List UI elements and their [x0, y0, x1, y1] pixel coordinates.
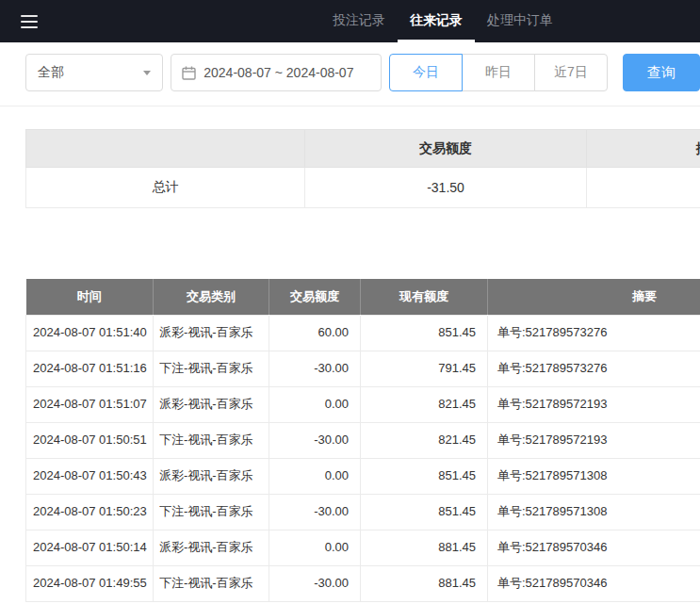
type-select-value: 全部 — [38, 64, 64, 81]
records-header-balance: 现有额度 — [361, 279, 488, 315]
cell-amount: -30.00 — [269, 565, 361, 601]
cell-summary: 单号:521789571308 — [488, 458, 700, 494]
cell-summary: 单号:521789570346 — [488, 530, 700, 565]
table-row: 2024-08-07 01:51:40 派彩-视讯-百家乐 60.00 851.… — [26, 315, 700, 351]
summary-total-amount: -31.50 — [305, 168, 587, 208]
last7days-button[interactable]: 近7日 — [534, 54, 608, 91]
cell-type: 派彩-视讯-百家乐 — [154, 315, 269, 351]
cell-amount: 60.00 — [269, 315, 361, 351]
records-header-time: 时间 — [26, 279, 154, 315]
cell-type: 派彩-视讯-百家乐 — [154, 530, 269, 565]
cell-amount: 0.00 — [269, 530, 361, 565]
cell-type: 下注-视讯-百家乐 — [154, 422, 269, 458]
table-row: 2024-08-07 01:51:07 派彩-视讯-百家乐 0.00 821.4… — [26, 386, 700, 422]
cell-balance: 881.45 — [361, 565, 488, 601]
today-button[interactable]: 今日 — [389, 54, 463, 91]
records-header-amount: 交易额度 — [269, 279, 361, 315]
cell-time: 2024-08-07 01:49:55 — [26, 565, 154, 601]
cell-amount: -30.00 — [269, 494, 361, 530]
filter-bar: 全部 2024-08-07 ~ 2024-08-07 今日 昨日 近7日 查询 — [0, 42, 700, 106]
top-navbar: 投注记录 往来记录 处理中订单 — [0, 0, 700, 42]
tab-bar: 投注记录 往来记录 处理中订单 — [320, 0, 565, 42]
cell-summary: 单号:521789570346 — [488, 565, 700, 601]
content-area: 交易额度 摘要 总计 -31.50 时间 交易类别 — [0, 106, 700, 602]
summary-table: 交易额度 摘要 总计 -31.50 — [25, 129, 700, 208]
records-tbody: 2024-08-07 01:51:40 派彩-视讯-百家乐 60.00 851.… — [26, 315, 700, 601]
type-select[interactable]: 全部 — [25, 54, 163, 91]
cell-balance: 881.45 — [361, 530, 488, 565]
query-button[interactable]: 查询 — [623, 54, 700, 91]
cell-amount: -30.00 — [269, 422, 361, 458]
records-header-summary: 摘要 — [488, 279, 700, 315]
cell-time: 2024-08-07 01:50:51 — [26, 422, 154, 458]
table-row: 2024-08-07 01:51:16 下注-视讯-百家乐 -30.00 791… — [26, 351, 700, 386]
summary-header-amount: 交易额度 — [305, 130, 587, 168]
summary-header-summary: 摘要 — [587, 130, 700, 168]
cell-summary: 单号:521789572193 — [488, 422, 700, 458]
cell-time: 2024-08-07 01:51:07 — [26, 386, 154, 422]
tab-processing-orders[interactable]: 处理中订单 — [475, 0, 565, 42]
records-header-row: 时间 交易类别 交易额度 现有额度 摘要 — [26, 279, 700, 315]
date-range-input[interactable]: 2024-08-07 ~ 2024-08-07 — [171, 54, 382, 91]
cell-balance: 821.45 — [361, 386, 488, 422]
table-row: 2024-08-07 01:50:23 下注-视讯-百家乐 -30.00 851… — [26, 494, 700, 530]
cell-amount: -30.00 — [269, 351, 361, 386]
tab-bet-records[interactable]: 投注记录 — [320, 0, 398, 42]
cell-balance: 851.45 — [361, 458, 488, 494]
tab-transaction-records[interactable]: 往来记录 — [398, 0, 475, 42]
cell-type: 下注-视讯-百家乐 — [154, 494, 269, 530]
table-row: 2024-08-07 01:50:43 派彩-视讯-百家乐 0.00 851.4… — [26, 458, 700, 494]
calendar-icon — [182, 66, 196, 80]
cell-balance: 821.45 — [361, 422, 488, 458]
summary-total-summary — [587, 168, 700, 208]
cell-time: 2024-08-07 01:51:16 — [26, 351, 154, 386]
cell-summary: 单号:521789572193 — [488, 386, 700, 422]
cell-balance: 791.45 — [361, 351, 488, 386]
table-row: 2024-08-07 01:49:55 下注-视讯-百家乐 -30.00 881… — [26, 565, 700, 601]
app-window: 投注记录 往来记录 处理中订单 全部 2024-08-07 ~ 2024-08-… — [0, 0, 700, 602]
cell-type: 派彩-视讯-百家乐 — [154, 458, 269, 494]
cell-summary: 单号:521789573276 — [488, 351, 700, 386]
cell-type: 下注-视讯-百家乐 — [154, 351, 269, 386]
records-header-type: 交易类别 — [154, 279, 269, 315]
cell-summary: 单号:521789571308 — [488, 494, 700, 530]
cell-type: 下注-视讯-百家乐 — [154, 565, 269, 601]
chevron-down-icon — [143, 71, 151, 75]
table-row: 2024-08-07 01:50:51 下注-视讯-百家乐 -30.00 821… — [26, 422, 700, 458]
cell-time: 2024-08-07 01:50:43 — [26, 458, 154, 494]
cell-time: 2024-08-07 01:51:40 — [26, 315, 154, 351]
cell-amount: 0.00 — [269, 386, 361, 422]
cell-time: 2024-08-07 01:50:23 — [26, 494, 154, 530]
cell-balance: 851.45 — [361, 494, 488, 530]
cell-type: 派彩-视讯-百家乐 — [154, 386, 269, 422]
cell-amount: 0.00 — [269, 458, 361, 494]
cell-summary: 单号:521789573276 — [488, 315, 700, 351]
records-table: 时间 交易类别 交易额度 现有额度 摘要 2024-08-07 01:51:40… — [25, 279, 700, 602]
cell-balance: 851.45 — [361, 315, 488, 351]
summary-header-row: 交易额度 摘要 — [26, 130, 700, 168]
summary-total-label: 总计 — [26, 168, 305, 208]
cell-time: 2024-08-07 01:50:14 — [26, 530, 154, 565]
yesterday-button[interactable]: 昨日 — [462, 54, 535, 91]
summary-header-blank — [26, 130, 305, 168]
hamburger-menu-icon[interactable] — [21, 15, 38, 28]
date-range-value: 2024-08-07 ~ 2024-08-07 — [203, 65, 353, 80]
quick-date-buttons: 今日 昨日 近7日 — [389, 54, 608, 91]
summary-total-row: 总计 -31.50 — [26, 168, 700, 208]
table-row: 2024-08-07 01:50:14 派彩-视讯-百家乐 0.00 881.4… — [26, 530, 700, 565]
